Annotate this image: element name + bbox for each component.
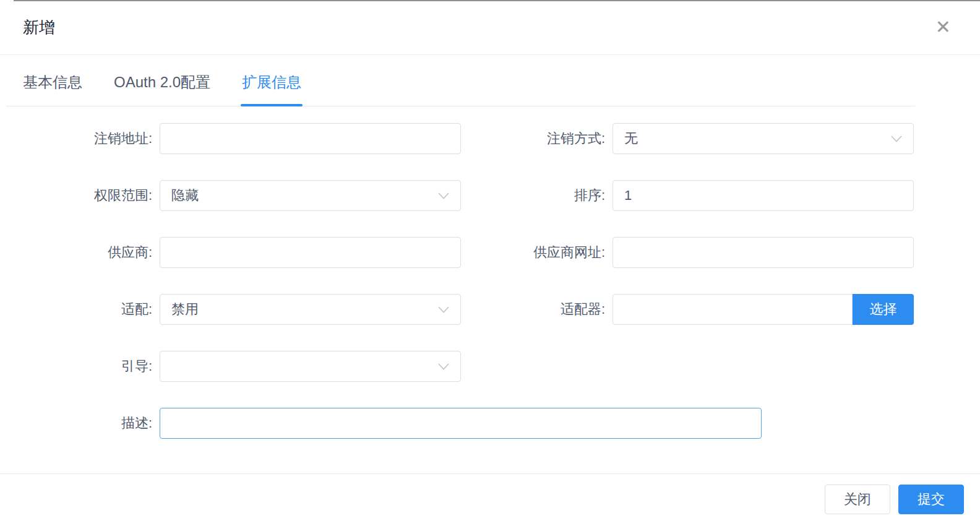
form-row-1: 注销地址: 注销方式: 无: [0, 123, 980, 154]
guide-select[interactable]: [160, 351, 461, 382]
sort-input[interactable]: [612, 180, 914, 211]
dialog-title: 新增: [23, 17, 55, 38]
adapt-value: 禁用: [171, 300, 199, 319]
scope-value: 隐藏: [171, 186, 199, 205]
form-row-4: 适配: 禁用 适配器: 选择: [0, 294, 980, 325]
form-row-2: 权限范围: 隐藏 排序:: [0, 180, 980, 211]
chevron-down-icon: [438, 306, 449, 313]
add-dialog: 新增 ✕ 基本信息 OAuth 2.0配置 扩展信息 注销地址: 注销方式: 无…: [0, 0, 980, 526]
form-row-6: 描述:: [0, 408, 980, 439]
adapt-select[interactable]: 禁用: [160, 294, 461, 325]
logout-method-value: 无: [624, 129, 638, 148]
vendor-url-label: 供应商网址:: [461, 237, 605, 268]
form-row-5: 引导:: [0, 351, 980, 382]
adapter-label: 适配器:: [461, 294, 605, 325]
tab-bar: 基本信息 OAuth 2.0配置 扩展信息: [6, 55, 915, 106]
tab-extended-info[interactable]: 扩展信息: [242, 72, 301, 106]
tab-basic-info[interactable]: 基本信息: [23, 72, 82, 106]
scope-select[interactable]: 隐藏: [160, 180, 461, 211]
vendor-label: 供应商:: [0, 237, 152, 268]
close-icon[interactable]: ✕: [935, 18, 951, 37]
window-edge: [14, 0, 980, 1]
dialog-header: 新增 ✕: [0, 0, 980, 55]
logout-url-label: 注销地址:: [0, 123, 152, 154]
adapt-label: 适配:: [0, 294, 152, 325]
chevron-down-icon: [891, 136, 902, 142]
vendor-url-input[interactable]: [612, 237, 914, 268]
adapter-select-button[interactable]: 选择: [853, 294, 914, 325]
adapter-input[interactable]: [612, 294, 853, 325]
chevron-down-icon: [438, 192, 449, 199]
logout-method-select[interactable]: 无: [612, 123, 914, 154]
dialog-footer: 关闭 提交: [0, 473, 980, 526]
logout-method-label: 注销方式:: [461, 123, 605, 154]
extended-info-form: 注销地址: 注销方式: 无 权限范围: 隐藏 排序: 供应商:: [0, 106, 980, 439]
sort-label: 排序:: [461, 180, 605, 211]
submit-button[interactable]: 提交: [898, 485, 964, 514]
tab-oauth-config[interactable]: OAuth 2.0配置: [114, 72, 210, 106]
vendor-input[interactable]: [160, 237, 461, 268]
guide-label: 引导:: [0, 351, 152, 382]
logout-url-input[interactable]: [160, 123, 461, 154]
scope-label: 权限范围:: [0, 180, 152, 211]
form-row-3: 供应商: 供应商网址:: [0, 237, 980, 268]
close-button[interactable]: 关闭: [825, 485, 890, 514]
description-label: 描述:: [0, 408, 152, 439]
chevron-down-icon: [438, 363, 449, 370]
description-input[interactable]: [160, 408, 762, 439]
adapter-input-group: 选择: [612, 294, 914, 325]
